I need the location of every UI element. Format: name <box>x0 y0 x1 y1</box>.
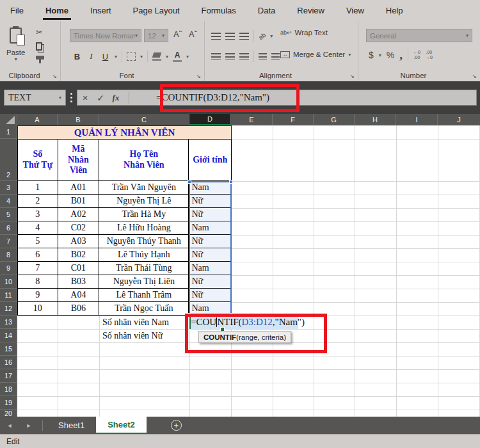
cell-b9[interactable]: C01 <box>58 262 100 275</box>
cell-c11[interactable]: Lê Thanh Trâm <box>99 289 189 302</box>
row-header-19[interactable]: 19 <box>0 396 17 410</box>
cell-a5[interactable]: 3 <box>18 208 58 221</box>
sheet-nav-left-icon[interactable]: ◄ <box>0 422 19 429</box>
cell-b5[interactable]: A02 <box>58 208 100 221</box>
font-name-combobox[interactable]: Times New Roman ▾ <box>70 29 141 42</box>
cell-b8[interactable]: B02 <box>58 248 100 262</box>
column-header-j[interactable]: J <box>438 114 480 125</box>
underline-dropdown-icon[interactable]: ▾ <box>115 54 117 60</box>
row-header-16[interactable]: 16 <box>0 356 17 369</box>
header-gioi-tinh[interactable]: Giới tính <box>189 140 231 180</box>
row-header-11[interactable]: 11 <box>0 289 17 302</box>
format-painter-icon[interactable] <box>36 56 44 60</box>
cell-a9[interactable]: 7 <box>18 262 58 275</box>
fill-color-button[interactable] <box>152 52 161 61</box>
cell-b6[interactable]: C02 <box>58 221 100 235</box>
cell-c9[interactable]: Trần Thái Tùng <box>99 262 189 275</box>
number-dialog-launcher-icon[interactable]: ↘ <box>472 73 477 79</box>
tab-data[interactable]: Data <box>257 2 276 19</box>
insert-function-button[interactable]: fx <box>108 93 124 103</box>
row-header-14[interactable]: 14 <box>0 329 17 342</box>
row-header-18[interactable]: 18 <box>0 383 17 396</box>
label-so-nhan-vien-nu[interactable]: Số nhân viên Nữ <box>100 329 189 342</box>
decrease-indent-icon[interactable] <box>259 53 267 60</box>
cell-c4[interactable]: Nguyễn Thị Lê <box>99 195 189 208</box>
orientation-icon[interactable]: ab <box>257 31 267 40</box>
column-header-f[interactable]: F <box>273 114 314 125</box>
cell-b12[interactable]: B06 <box>58 302 100 316</box>
column-header-d[interactable]: D <box>189 114 231 125</box>
tab-formulas[interactable]: Formulas <box>200 2 237 19</box>
sheet-nav-right-icon[interactable]: ► <box>19 422 38 429</box>
cell-b10[interactable]: B03 <box>58 275 100 289</box>
row-header-8[interactable]: 8 <box>0 248 17 262</box>
column-header-h[interactable]: H <box>355 114 396 125</box>
range-handle-icon[interactable] <box>188 180 191 184</box>
row-header-1[interactable]: 1 <box>0 125 17 139</box>
row-header-6[interactable]: 6 <box>0 221 17 235</box>
font-color-dropdown-icon[interactable]: ▾ <box>186 54 189 60</box>
range-handle-icon[interactable] <box>229 180 233 184</box>
number-format-combobox[interactable]: General ▾ <box>366 29 472 42</box>
decrease-decimal-icon[interactable]: .00 →0 <box>426 50 433 60</box>
row-header-7[interactable]: 7 <box>0 235 17 248</box>
column-header-c[interactable]: C <box>99 114 189 125</box>
tab-view[interactable]: View <box>345 2 365 19</box>
formula-range-highlight[interactable] <box>189 181 232 316</box>
header-ma-nhan-vien[interactable]: Mã Nhân Viên <box>58 140 100 180</box>
align-center-icon[interactable] <box>225 53 235 60</box>
cell-c12[interactable]: Trần Ngọc Tuấn <box>99 302 189 316</box>
accounting-format-icon[interactable]: $ <box>369 50 374 60</box>
table-title-cell[interactable]: QUẢN LÝ NHÂN VIÊN <box>17 125 232 139</box>
tab-review[interactable]: Review <box>296 2 326 19</box>
increase-decimal-icon[interactable]: ←0 .00 <box>413 50 420 60</box>
cell-b3[interactable]: A01 <box>58 181 100 195</box>
column-header-e[interactable]: E <box>231 114 273 125</box>
italic-button[interactable]: I <box>86 51 96 61</box>
cell-a11[interactable]: 9 <box>18 289 58 302</box>
fill-color-dropdown-icon[interactable]: ▾ <box>166 54 168 60</box>
cell-b7[interactable]: A03 <box>58 235 100 248</box>
borders-icon[interactable] <box>127 52 136 61</box>
font-size-combobox[interactable]: 12 ▾ <box>144 29 168 42</box>
align-left-icon[interactable] <box>211 53 221 60</box>
row-header-9[interactable]: 9 <box>0 262 17 275</box>
grow-font-icon[interactable]: Aˆ <box>173 29 182 39</box>
column-header-g[interactable]: G <box>314 114 355 125</box>
accounting-dropdown-icon[interactable]: ▾ <box>379 52 381 58</box>
alignment-dialog-launcher-icon[interactable]: ↘ <box>349 73 355 79</box>
cell-a4[interactable]: 2 <box>18 195 58 208</box>
row-header-4[interactable]: 4 <box>0 195 17 208</box>
font-dialog-launcher-icon[interactable]: ↘ <box>196 73 201 79</box>
header-so-thu-tu[interactable]: Số Thứ Tự <box>18 140 58 180</box>
bold-button[interactable]: B <box>72 52 82 61</box>
underline-button[interactable]: U <box>100 52 110 61</box>
cell-c6[interactable]: Lê Hữu Hoàng <box>99 221 189 235</box>
row-header-3[interactable]: 3 <box>0 181 17 195</box>
cell-a8[interactable]: 6 <box>18 248 58 262</box>
align-top-icon[interactable] <box>211 33 221 40</box>
label-so-nhan-vien-nam[interactable]: Số nhân viên Nam <box>100 316 189 329</box>
shrink-font-icon[interactable]: Aˇ <box>189 29 197 39</box>
cell-c5[interactable]: Trần Hà My <box>99 208 189 221</box>
row-header-2[interactable]: 2 <box>0 139 17 181</box>
cell-c10[interactable]: Nguyễn Thị Liên <box>99 275 189 289</box>
select-all-button[interactable] <box>0 114 17 125</box>
enter-button[interactable]: ✓ <box>93 93 108 103</box>
wrap-text-button[interactable]: ab↩ Wrap Text <box>280 29 328 36</box>
name-box[interactable]: TEXT ▾ <box>4 90 66 106</box>
row-header-20[interactable]: 20 <box>0 410 17 417</box>
name-box-dropdown-icon[interactable]: ▾ <box>59 95 61 100</box>
borders-dropdown-icon[interactable]: ▾ <box>140 54 143 60</box>
cancel-button[interactable]: × <box>77 93 93 103</box>
tab-page-layout[interactable]: Page Layout <box>132 2 181 19</box>
tab-help[interactable]: Help <box>385 2 404 19</box>
new-sheet-button[interactable]: + <box>171 420 182 431</box>
formula-bar-grip-icon[interactable] <box>70 93 72 95</box>
column-header-i[interactable]: I <box>396 114 438 125</box>
copy-icon[interactable] <box>36 42 42 51</box>
cell-a12[interactable]: 10 <box>18 302 58 316</box>
orientation-dropdown-icon[interactable]: ▾ <box>270 33 273 39</box>
row-header-12[interactable]: 12 <box>0 302 17 316</box>
align-right-icon[interactable] <box>239 53 249 60</box>
